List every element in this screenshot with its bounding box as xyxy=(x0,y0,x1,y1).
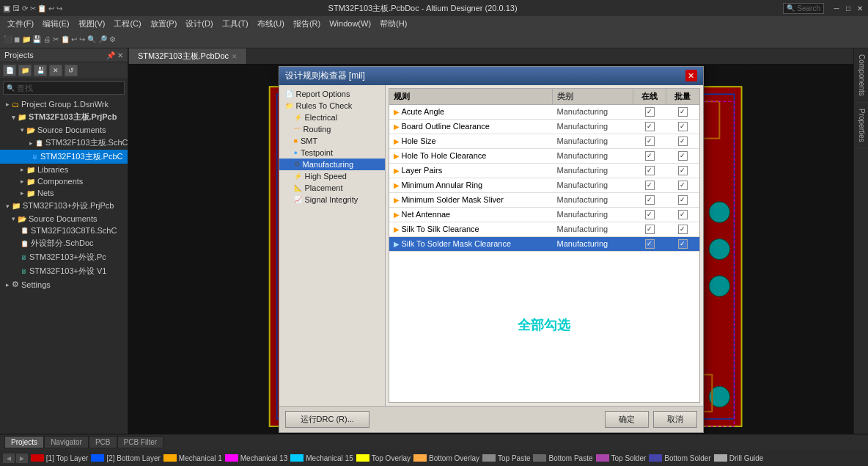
right-tab-components[interactable]: Components xyxy=(854,48,868,103)
refresh-btn[interactable]: ↺ xyxy=(65,65,78,76)
panel-tab-pcb-filter[interactable]: PCB Filter xyxy=(117,436,164,448)
dlg-high-speed[interactable]: ⚡ High Speed xyxy=(279,170,385,182)
cb-online-9[interactable] xyxy=(645,239,655,249)
layer-top-overlay[interactable]: Top Overlay xyxy=(356,454,411,462)
projects-search[interactable]: 🔍 查找 xyxy=(3,81,125,95)
cb-batch-4[interactable] xyxy=(678,166,688,175)
cb-batch-3[interactable] xyxy=(678,151,688,161)
dlg-routing[interactable]: 〰 Routing xyxy=(279,123,385,135)
cb-online-3[interactable] xyxy=(645,151,655,161)
tree-project2[interactable]: ▾ 📁 STM32F103+外设.PrjPcb xyxy=(0,199,128,213)
dlg-smt[interactable]: ■ SMT xyxy=(279,135,385,147)
layer-bottom-solder[interactable]: Bottom Solder xyxy=(649,454,710,462)
layer-mech13[interactable]: Mechanical 13 xyxy=(225,454,287,462)
menu-edit[interactable]: 编辑(E) xyxy=(38,17,74,31)
arrow-right[interactable]: ► xyxy=(16,454,28,463)
rule-row-3[interactable]: ▶Hole To Hole Clearance Manufacturing xyxy=(389,149,699,164)
menu-help[interactable]: 帮助(H) xyxy=(375,17,411,31)
layer-top[interactable]: [1] Top Layer xyxy=(31,454,89,462)
tree-pcb3[interactable]: 🖥 STM32F103+外设 V1 xyxy=(0,264,128,278)
menu-report[interactable]: 报告(R) xyxy=(289,17,325,31)
close-btn[interactable]: ✕ xyxy=(49,65,62,76)
cb-batch-8[interactable] xyxy=(678,225,688,234)
menu-place[interactable]: 放置(P) xyxy=(146,17,182,31)
cb-online-2[interactable] xyxy=(645,136,655,146)
rule-row-7[interactable]: ▶Net Antennae Manufacturing xyxy=(389,208,699,222)
cb-batch-2[interactable] xyxy=(678,136,688,146)
tree-source-docs[interactable]: ▾ 📂 Source Documents xyxy=(0,124,128,136)
tree-project-group[interactable]: ▸ 🗂 Project Group 1.DsnWrk xyxy=(0,98,128,110)
cb-online-7[interactable] xyxy=(645,210,655,219)
menu-tools[interactable]: 工具(T) xyxy=(218,17,253,31)
arrow-left[interactable]: ◄ xyxy=(3,454,15,463)
menu-view[interactable]: 视图(V) xyxy=(74,17,110,31)
rule-row-8[interactable]: ▶Silk To Silk Clearance Manufacturing xyxy=(389,222,699,237)
cb-online-4[interactable] xyxy=(645,166,655,175)
tree-components[interactable]: ▸ 📁 Components xyxy=(0,175,128,187)
menu-file[interactable]: 文件(F) xyxy=(3,17,38,31)
tree-nets[interactable]: ▸ 📁 Nets xyxy=(0,187,128,199)
layer-mech1[interactable]: Mechanical 1 xyxy=(163,454,222,462)
panel-tab-projects[interactable]: Projects xyxy=(4,436,44,448)
cb-online-0[interactable] xyxy=(645,107,655,117)
cb-batch-0[interactable] xyxy=(678,107,688,117)
menu-design[interactable]: 设计(D) xyxy=(181,17,217,31)
tree-settings[interactable]: ▸ ⚙ Settings xyxy=(0,278,128,291)
dlg-testpoint[interactable]: ● Testpoint xyxy=(279,147,385,159)
rule-row-5[interactable]: ▶Minimum Annular Ring Manufacturing xyxy=(389,178,699,193)
right-tab-properties[interactable]: Properties xyxy=(854,103,868,149)
rule-row-1[interactable]: ▶Board Outline Clearance Manufacturing xyxy=(389,120,699,134)
layer-top-solder[interactable]: Top Solder xyxy=(596,454,647,462)
tree-source2[interactable]: ▾ 📂 Source Documents xyxy=(0,213,128,225)
dlg-electrical[interactable]: ⚡ Electrical xyxy=(279,112,385,123)
panel-close[interactable]: ✕ xyxy=(117,51,123,59)
restore-button[interactable]: □ xyxy=(843,3,853,13)
cb-online-6[interactable] xyxy=(645,195,655,205)
run-drc-button[interactable]: 运行DRC (R)... xyxy=(285,411,369,428)
new-project-btn[interactable]: 📄 xyxy=(3,65,16,76)
close-tab-icon[interactable]: ✕ xyxy=(232,53,238,60)
rule-row-4[interactable]: ▶Layer Pairs Manufacturing xyxy=(389,164,699,178)
close-button[interactable]: ✕ xyxy=(855,3,865,13)
search-label[interactable]: Search xyxy=(797,4,820,12)
menu-window[interactable]: Window(W) xyxy=(325,18,375,29)
panel-tab-pcb[interactable]: PCB xyxy=(89,436,117,448)
cancel-button[interactable]: 取消 xyxy=(653,411,697,428)
tree-sch2[interactable]: 📋 STM32F103C8T6.SchC xyxy=(0,225,128,236)
tree-project-main[interactable]: ▾ 📁 STM32F103主板.PrjPcb xyxy=(0,110,128,124)
rule-row-9-selected[interactable]: ▶Silk To Solder Mask Clearance Manufactu… xyxy=(389,237,699,252)
tree-pcb2[interactable]: 🖥 STM32F103+外设.Pc xyxy=(0,250,128,264)
layer-bottom-paste[interactable]: Bottom Paste xyxy=(533,454,592,462)
save-btn[interactable]: 💾 xyxy=(34,65,47,76)
panel-pin[interactable]: 📌 xyxy=(106,51,115,59)
ok-button[interactable]: 确定 xyxy=(605,411,649,428)
open-btn[interactable]: 📁 xyxy=(18,65,32,76)
layer-drill-guide[interactable]: Drill Guide xyxy=(714,454,764,462)
dlg-rules-to-check[interactable]: 📁 Rules To Check xyxy=(279,100,385,112)
menu-route[interactable]: 布线(U) xyxy=(253,17,289,31)
cb-batch-1[interactable] xyxy=(678,122,688,131)
dlg-placement[interactable]: 📐 Placement xyxy=(279,182,385,194)
layer-bottom[interactable]: [2] Bottom Layer xyxy=(91,454,160,462)
pcb-tab[interactable]: STM32F103主板.PcbDoc ✕ xyxy=(128,48,247,64)
dlg-signal-integrity[interactable]: 📈 Signal Integrity xyxy=(279,194,385,205)
rule-row-6[interactable]: ▶Minimum Solder Mask Sliver Manufacturin… xyxy=(389,193,699,208)
dialog-close-button[interactable]: ✕ xyxy=(685,70,697,81)
cb-batch-9[interactable] xyxy=(678,239,688,249)
panel-tab-navigator[interactable]: Navigator xyxy=(44,436,89,448)
layer-mech15[interactable]: Mechanical 15 xyxy=(290,454,353,462)
cb-batch-5[interactable] xyxy=(678,181,688,190)
tree-libraries[interactable]: ▸ 📁 Libraries xyxy=(0,164,128,175)
dlg-report-options[interactable]: 📄 Report Options xyxy=(279,88,385,100)
layer-bottom-overlay[interactable]: Bottom Overlay xyxy=(413,454,479,462)
rule-row-0[interactable]: ▶Acute Angle Manufacturing xyxy=(389,105,699,120)
cb-batch-6[interactable] xyxy=(678,195,688,205)
tree-pcb-selected[interactable]: 🖥 STM32F103主板.PcbC xyxy=(0,150,128,164)
minimize-button[interactable]: ─ xyxy=(831,3,842,13)
cb-online-5[interactable] xyxy=(645,181,655,190)
layer-top-paste[interactable]: Top Paste xyxy=(482,454,530,462)
cb-batch-7[interactable] xyxy=(678,210,688,219)
tree-sch[interactable]: ▸ 📋 STM32F103主板.SchC xyxy=(0,136,128,150)
cb-online-1[interactable] xyxy=(645,122,655,131)
dlg-manufacturing[interactable]: ⚙ Manufacturing xyxy=(279,159,385,170)
